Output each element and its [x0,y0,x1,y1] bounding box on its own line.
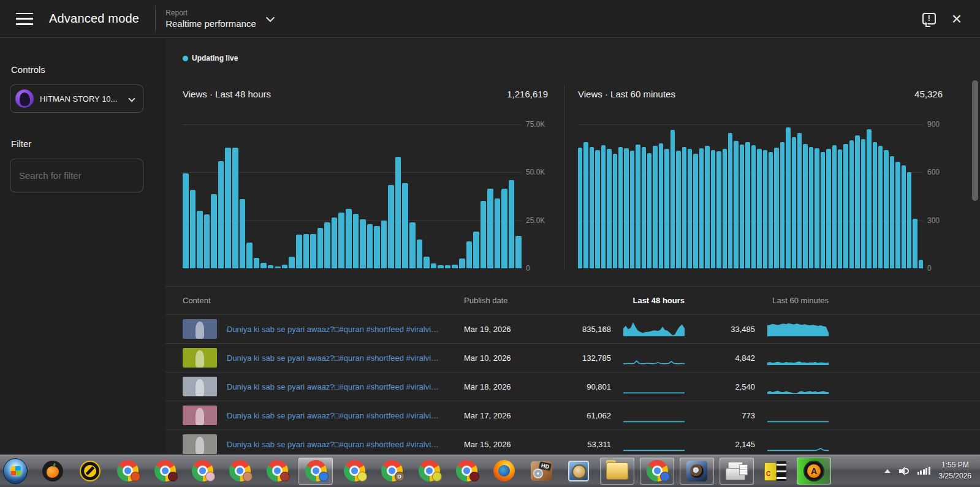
fl-studio-icon[interactable] [40,458,65,485]
chart-bar[interactable] [757,149,761,268]
chart-bar[interactable] [878,146,883,268]
chart-bar[interactable] [664,149,669,268]
chrome-profile-7[interactable]: D [379,458,404,485]
chart-bar[interactable] [607,149,611,268]
chart-bar[interactable] [728,133,732,268]
chart-bar[interactable] [438,265,444,268]
chart-bar[interactable] [466,241,473,268]
chart-bar[interactable] [197,211,203,268]
close-icon[interactable]: × [952,12,962,26]
chart-bar[interactable] [647,153,651,268]
chart-bar[interactable] [832,145,837,268]
chart-bar[interactable] [402,183,408,268]
table-row[interactable]: Duniya ki sab se pyari awaaz?□#quran #sh… [165,430,980,454]
chart-bar[interactable] [745,142,750,268]
firefox-icon[interactable] [492,458,516,485]
chart-bar[interactable] [353,214,359,268]
chrome-profile-4[interactable] [227,458,252,485]
chart-bar[interactable] [296,235,302,268]
chart-bar[interactable] [374,226,380,268]
chart-bar[interactable] [659,143,663,268]
chart-bar[interactable] [338,213,344,268]
column-header-publish-date[interactable]: Publish date [443,287,558,314]
table-row[interactable]: Duniya ki sab se pyari awaaz?□#quran #sh… [165,401,980,430]
feedback-icon[interactable] [922,13,936,25]
aimp-player-window[interactable] [797,458,831,485]
chart-bar[interactable] [763,150,767,268]
channel-select[interactable]: HITMAN STORY 10... [10,85,143,113]
chart-bar[interactable] [774,148,778,268]
taskbar-clock[interactable]: 1:55 PM 3/25/2026 [939,460,971,481]
video-thumbnail[interactable] [183,348,217,368]
chrome-profile-1[interactable] [115,458,140,485]
chart-bar[interactable] [769,152,773,268]
chart-bar[interactable] [289,257,295,268]
chart-bar[interactable] [676,151,680,268]
chart-bar[interactable] [495,198,501,268]
chrome-profile-6[interactable] [342,458,367,485]
chart-bar[interactable] [613,154,617,268]
start-button[interactable] [3,458,28,485]
chart-bar[interactable] [578,148,582,268]
chart-bar[interactable] [919,260,923,268]
chart-bar[interactable] [487,189,493,268]
volume-icon[interactable] [899,467,909,475]
video-thumbnail[interactable] [183,377,217,396]
chart-bar[interactable] [445,265,451,268]
table-row[interactable]: Duniya ki sab se pyari awaaz?□#quran #sh… [165,315,980,344]
chart-bar[interactable] [711,150,715,268]
network-signal-icon[interactable] [917,467,930,475]
chart-bar[interactable] [303,234,310,268]
chart-bar[interactable] [630,151,634,268]
chart-bar[interactable] [682,147,686,268]
chrome-profile-3[interactable] [190,458,215,485]
chart-bar[interactable] [595,150,599,268]
chart-bar[interactable] [388,185,394,268]
film-roll-icon[interactable]: C [763,458,788,485]
chart-bar[interactable] [360,219,366,268]
chart-bar[interactable] [481,201,487,268]
column-header-content[interactable]: Content [165,287,443,314]
chart-bar[interactable] [346,209,352,268]
chart-bar[interactable] [653,146,657,268]
chart-bar[interactable] [734,141,738,268]
chart-bar[interactable] [459,259,465,268]
chart-bar[interactable] [332,217,338,268]
chart-bar[interactable] [624,148,628,268]
chart-bar[interactable] [751,145,756,268]
chart-bar[interactable] [838,149,842,268]
chart-bar[interactable] [583,142,588,268]
video-title-link[interactable]: Duniya ki sab se pyari awaaz?□#quran #sh… [227,440,443,449]
chart-bar[interactable] [843,144,848,268]
chart-bar[interactable] [705,146,709,268]
chart-bar[interactable] [890,156,894,268]
chart-bar[interactable] [797,133,802,268]
chart-bar[interactable] [431,263,437,268]
chrome-profile-2[interactable] [153,458,177,485]
video-thumbnail[interactable] [183,434,217,454]
chart-bar[interactable] [211,194,217,268]
chart-bar[interactable] [452,265,458,268]
chart-bar[interactable] [884,150,888,268]
chart-bar[interactable] [424,257,430,268]
chart-bar[interactable] [260,263,267,268]
chart-bar[interactable] [895,162,900,268]
chart-bar[interactable] [855,135,859,268]
chart-bar[interactable] [780,142,784,268]
chrome-profile-8[interactable] [417,458,441,485]
chart-bar[interactable] [670,130,675,268]
column-header-last-48-hours[interactable]: Last 48 hours [558,287,705,314]
chart-bar[interactable] [723,149,727,268]
chart-bar[interactable] [821,152,825,268]
chart-bar[interactable] [246,243,253,268]
chart-bar[interactable] [190,190,196,268]
chrome-window-2[interactable] [640,458,674,485]
chart-bar[interactable] [873,142,877,268]
photo-viewer-icon[interactable] [566,458,591,485]
chrome-active-window[interactable] [298,458,333,485]
chart-bar[interactable] [642,147,646,268]
chart-bar[interactable] [636,145,640,268]
chart-bar[interactable] [688,149,692,268]
chart-bar[interactable] [716,151,721,268]
chart-bar[interactable] [515,236,522,268]
